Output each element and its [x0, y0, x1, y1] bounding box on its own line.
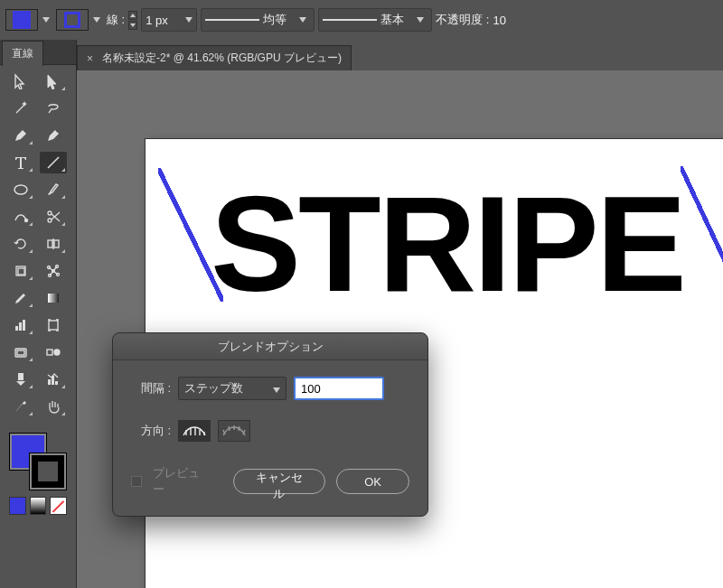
free-transform-tool[interactable] [7, 260, 34, 282]
lasso-tool[interactable] [40, 98, 67, 119]
svg-point-2 [25, 219, 28, 222]
hand-tool[interactable] [40, 396, 67, 417]
document-tab-title: 名称未設定-2* @ 41.62% (RGB/GPU プレビュー) [102, 51, 342, 66]
line-object-right[interactable] [681, 166, 723, 302]
color-mode-row [0, 497, 76, 522]
opacity-label: 不透明度 : [436, 12, 489, 28]
svg-point-4 [48, 219, 52, 222]
color-mode-none[interactable] [50, 497, 67, 515]
stroke-width-stepper[interactable] [128, 11, 137, 30]
svg-rect-20 [17, 350, 24, 355]
svg-rect-24 [48, 379, 51, 385]
color-mode-solid[interactable] [9, 497, 26, 515]
stroke-width-field[interactable] [141, 8, 197, 32]
graph-tool[interactable] [7, 314, 34, 336]
svg-point-22 [54, 350, 60, 355]
orientation-align-page[interactable] [178, 420, 211, 442]
dialog-title: ブレンドオプション [218, 339, 324, 355]
text-object[interactable]: STRIPE [211, 166, 684, 322]
dialog-footer: プレビュー キャンセル OK [131, 465, 409, 498]
spacing-row: 間隔 : ステップ数 [131, 377, 409, 400]
svg-point-3 [48, 211, 52, 215]
control-bar: 線 : 均等 基本 不透明度 : 10 [0, 0, 723, 40]
profile-value: 基本 [380, 12, 409, 28]
type-tool[interactable] [7, 152, 34, 173]
selection-tool[interactable] [7, 70, 34, 92]
puppet-warp-tool[interactable] [40, 260, 67, 282]
direct-selection-tool[interactable] [40, 70, 67, 92]
line-tool[interactable] [40, 152, 67, 173]
svg-rect-26 [55, 381, 58, 385]
symbol-sprayer-tool[interactable] [7, 341, 34, 363]
orientation-label: 方向 : [131, 423, 171, 439]
fill-stroke-proxy[interactable] [6, 432, 70, 491]
svg-rect-21 [47, 350, 52, 355]
rotate-tool[interactable] [7, 233, 34, 255]
stroke-swatch[interactable] [56, 9, 89, 31]
opacity-value: 10 [493, 14, 505, 27]
profile-select[interactable]: 基本 [318, 8, 432, 32]
dialog-body: 間隔 : ステップ数 方向 : プレビュー キャンセル OK [113, 360, 427, 516]
svg-rect-5 [48, 240, 52, 247]
dialog-titlebar[interactable]: ブレンドオプション [113, 333, 427, 360]
shaper-tool[interactable] [7, 206, 34, 228]
svg-rect-23 [18, 373, 23, 380]
dash-preview [205, 19, 259, 21]
dash-select[interactable]: 均等 [201, 8, 315, 32]
pen-tool[interactable] [7, 125, 34, 146]
svg-rect-8 [18, 268, 24, 275]
spacing-mode-value: ステップ数 [184, 380, 243, 397]
paintbrush-tool[interactable] [40, 179, 67, 201]
orientation-row: 方向 : [131, 420, 409, 442]
curvature-tool[interactable] [40, 125, 67, 146]
svg-rect-6 [54, 240, 59, 247]
measure-tool[interactable] [7, 369, 34, 390]
spacing-mode-select[interactable]: ステップ数 [178, 377, 286, 400]
svg-point-1 [14, 185, 27, 194]
close-tab-icon[interactable]: × [87, 52, 93, 65]
scissors-tool[interactable] [40, 206, 67, 228]
blend-tool[interactable] [40, 341, 67, 363]
stroke-label: 線 : [107, 12, 125, 28]
reflect-tool[interactable] [40, 233, 67, 255]
tool-panel-tabhead: 直線 [0, 40, 76, 65]
stroke-swatch-group [56, 9, 103, 31]
slice-tool[interactable] [7, 396, 34, 417]
left-column: 直線 [0, 40, 77, 588]
svg-rect-16 [19, 322, 22, 331]
fill-swatch-group [5, 9, 52, 31]
svg-point-0 [56, 130, 58, 132]
preview-checkbox[interactable] [131, 476, 142, 487]
spacing-value-input[interactable] [294, 377, 384, 400]
ellipse-tool[interactable] [7, 179, 34, 201]
color-mode-gradient[interactable] [30, 497, 47, 515]
ok-button[interactable]: OK [336, 469, 409, 494]
dash-value: 均等 [263, 12, 292, 28]
svg-rect-17 [23, 320, 25, 331]
preview-label: プレビュー [153, 465, 211, 498]
blend-options-dialog: ブレンドオプション 間隔 : ステップ数 方向 : プレビュー キャンセル OK [112, 332, 428, 517]
svg-rect-18 [49, 321, 58, 330]
tool-grid [0, 65, 76, 423]
artboard-tool[interactable] [40, 314, 67, 336]
profile-preview [323, 19, 377, 21]
stroke-swatch-menu[interactable] [90, 9, 103, 31]
eyedropper-tool[interactable] [7, 287, 34, 309]
stroke-proxy[interactable] [30, 453, 66, 490]
svg-rect-14 [48, 294, 59, 303]
gradient-tool[interactable] [40, 287, 67, 309]
tool-panel-tab[interactable]: 直線 [2, 41, 43, 66]
chevron-down-icon [273, 382, 280, 396]
document-tab[interactable]: × 名称未設定-2* @ 41.62% (RGB/GPU プレビュー) [77, 45, 352, 70]
svg-rect-15 [15, 326, 18, 331]
magic-wand-tool[interactable] [7, 98, 34, 119]
column-graph-tool[interactable] [40, 369, 67, 390]
cancel-button[interactable]: キャンセル [233, 469, 326, 494]
spacing-label: 間隔 : [131, 380, 171, 397]
fill-swatch[interactable] [5, 9, 38, 31]
stroke-width-input[interactable] [142, 14, 182, 27]
fill-swatch-menu[interactable] [40, 9, 52, 31]
orientation-align-path[interactable] [218, 420, 250, 442]
